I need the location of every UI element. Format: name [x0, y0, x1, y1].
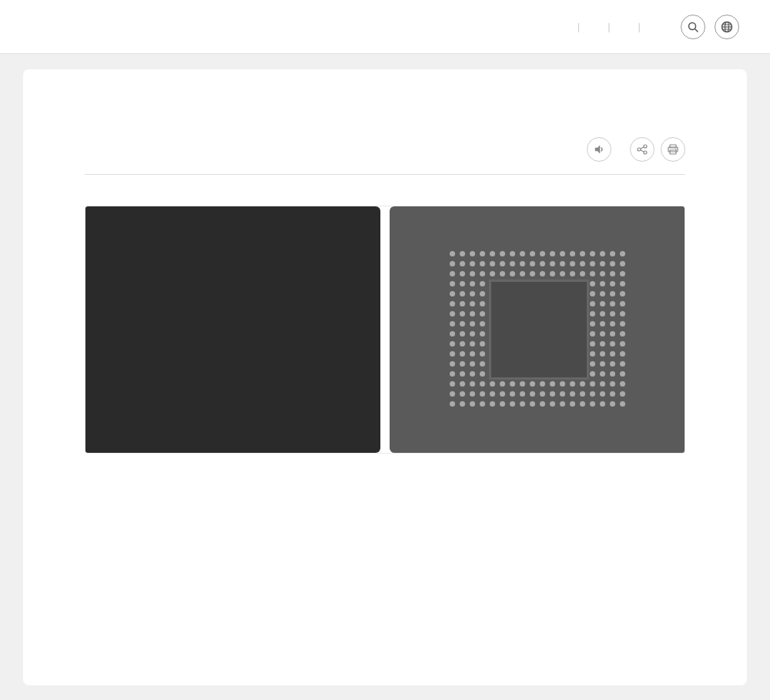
chip-dot [560, 391, 565, 397]
chip-dot [470, 291, 475, 296]
language-button[interactable] [715, 15, 739, 39]
chip-dot [620, 371, 625, 377]
chip-dot [600, 341, 605, 347]
svg-line-11 [641, 147, 644, 149]
chip-dot [480, 371, 485, 377]
chip-dot [520, 271, 525, 276]
chip-dot [600, 321, 605, 327]
chip-dot [510, 401, 515, 407]
chip-dot [510, 391, 515, 397]
chip-dot [600, 361, 605, 367]
chip-dot [570, 391, 575, 397]
chip-dot [590, 321, 595, 327]
chip-dot [510, 251, 515, 256]
chip-dot [450, 301, 455, 306]
svg-line-12 [641, 150, 644, 152]
chip-dot [460, 371, 465, 377]
chip-dot [460, 391, 465, 397]
chip-dot [470, 341, 475, 347]
chip-dot [620, 301, 625, 306]
svg-marker-7 [595, 146, 600, 153]
chip-dot [620, 271, 625, 276]
search-icon [688, 22, 698, 32]
chip-dot [600, 381, 605, 387]
chip-dot [500, 261, 505, 266]
chip-dot [560, 381, 565, 387]
chip-dot [450, 331, 455, 337]
chip-dot [500, 381, 505, 387]
chip-dot [620, 311, 625, 317]
chip-dot [470, 401, 475, 407]
chip-dot [600, 251, 605, 256]
chip-dot [460, 271, 465, 276]
chip-dot [480, 251, 485, 256]
chip-dot [610, 351, 615, 357]
chip-dot [540, 391, 545, 397]
chip-dot [470, 311, 475, 317]
print-button[interactable] [661, 137, 685, 162]
svg-point-16 [675, 149, 677, 150]
chip-dot [540, 401, 545, 407]
chip-dot [600, 301, 605, 306]
svg-line-1 [695, 28, 698, 32]
chip-dot [600, 371, 605, 377]
chip-dot [600, 271, 605, 276]
chip-dot [610, 311, 615, 317]
chip-dot [580, 381, 585, 387]
nav-sep-3: | [638, 21, 641, 32]
chip-dot [620, 361, 625, 367]
chip-dot [610, 371, 615, 377]
chip-dot [520, 381, 525, 387]
chip-dot [470, 351, 475, 357]
chip-dot [610, 361, 615, 367]
chip-dot [460, 351, 465, 357]
chip-dot [470, 251, 475, 256]
chip-dot [450, 401, 455, 407]
speaker-icon [594, 144, 604, 155]
chip-dot [610, 281, 615, 286]
share-icon [637, 144, 648, 155]
chip-dot [460, 251, 465, 256]
chip-dot [600, 281, 605, 286]
chip-dot [620, 401, 625, 407]
chip-dot [480, 401, 485, 407]
chip-dot [550, 401, 555, 407]
chip-dot [460, 361, 465, 367]
chip-dot [590, 331, 595, 337]
chip-dot [450, 291, 455, 296]
chip-dot [610, 331, 615, 337]
chip-dot [450, 271, 455, 276]
chip-dot [470, 321, 475, 327]
chip-dot [550, 391, 555, 397]
globe-icon [721, 21, 733, 33]
chip-dot [610, 401, 615, 407]
chip-dot [480, 351, 485, 357]
chip-dot [590, 371, 595, 377]
chip-dot [450, 281, 455, 286]
chip-dot [620, 291, 625, 296]
chip-dot [550, 271, 555, 276]
chip-dot [620, 351, 625, 357]
chip-dot [580, 251, 585, 256]
chip-dot [620, 261, 625, 266]
audio-button[interactable] [587, 137, 611, 162]
chip-dot [620, 391, 625, 397]
chip-dot [520, 261, 525, 266]
chip-dot [480, 301, 485, 306]
chip-dot [500, 391, 505, 397]
chip-dot [600, 351, 605, 357]
chip-dot [490, 251, 495, 256]
chip-die-area [489, 280, 589, 380]
chip-dot [610, 391, 615, 397]
share-button[interactable] [630, 137, 654, 162]
search-button[interactable] [681, 15, 705, 39]
chip-dot [480, 261, 485, 266]
chip-dot [450, 341, 455, 347]
audio-group [581, 137, 611, 162]
chip-dot [480, 281, 485, 286]
product-image-frame: // Generate dots dynamically const grid … [85, 206, 685, 454]
chip-dot [470, 281, 475, 286]
print-icon [668, 144, 678, 155]
chip-dot [620, 251, 625, 256]
chip-dot [490, 381, 495, 387]
